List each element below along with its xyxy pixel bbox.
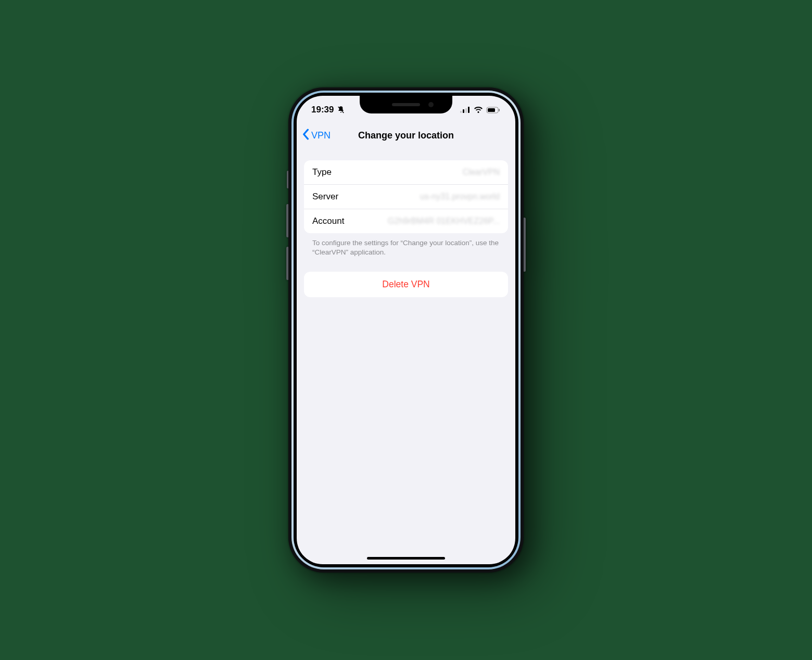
chevron-left-icon: [302, 129, 309, 143]
navigation-bar: VPN Change your location: [297, 124, 515, 147]
svg-rect-6: [499, 109, 500, 111]
battery-icon: [486, 107, 501, 113]
svg-rect-0: [460, 111, 462, 113]
delete-group: Delete VPN: [304, 272, 508, 297]
row-label: Type: [312, 167, 332, 177]
wifi-icon: [474, 107, 483, 113]
svg-rect-5: [488, 108, 495, 112]
back-button[interactable]: VPN: [302, 124, 331, 147]
row-label: Server: [312, 192, 338, 202]
svg-rect-1: [463, 109, 464, 113]
delete-vpn-button[interactable]: Delete VPN: [304, 272, 508, 297]
detail-row-server: Server us-ny31.provpn.world: [304, 184, 508, 209]
cellular-signal-icon: [460, 107, 471, 113]
page-title: Change your location: [358, 130, 454, 141]
row-label: Account: [312, 216, 344, 226]
notch: [360, 96, 452, 113]
row-value: ClearVPN: [463, 168, 500, 177]
phone-frame: 19:39: [288, 87, 524, 573]
group-footer-text: To configure the settings for “Change yo…: [304, 233, 508, 257]
svg-rect-2: [465, 108, 467, 113]
status-time: 19:39: [311, 105, 334, 115]
vpn-details-group: Type ClearVPN Server us-ny31.provpn.worl…: [304, 160, 508, 233]
row-value: G2h9rBM4R 01EKHVEZ26P...: [388, 217, 500, 226]
silent-mode-icon: [337, 106, 345, 114]
home-indicator[interactable]: [367, 557, 445, 560]
phone-mockup: 19:39: [288, 87, 524, 573]
back-label: VPN: [311, 130, 331, 141]
screen: 19:39: [297, 96, 515, 564]
detail-row-account: Account G2h9rBM4R 01EKHVEZ26P...: [304, 209, 508, 233]
row-value: us-ny31.provpn.world: [420, 192, 500, 201]
detail-row-type: Type ClearVPN: [304, 160, 508, 184]
svg-rect-3: [468, 107, 470, 113]
